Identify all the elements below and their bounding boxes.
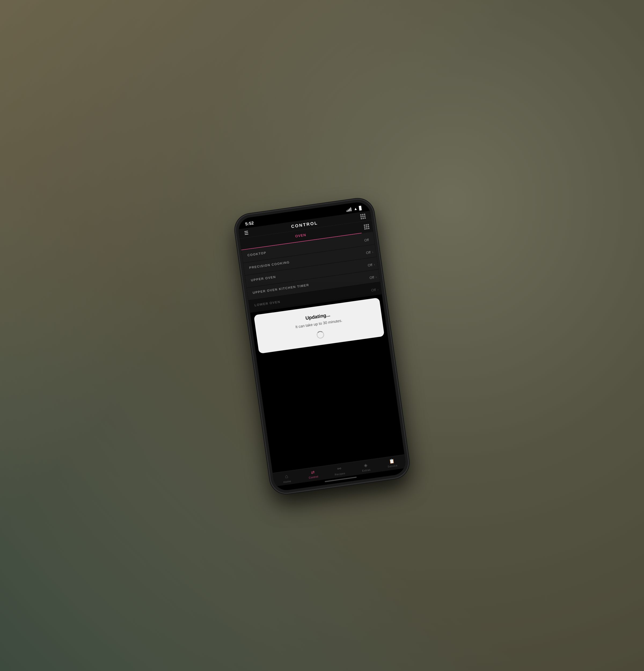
wifi-icon: ▲ — [353, 206, 358, 211]
nav-label-recipes: Recipes — [334, 472, 345, 476]
control-icon: ⇄ — [311, 470, 315, 475]
nav-item-home[interactable]: ⌂ Home — [273, 471, 300, 485]
status-time: 5:52 — [245, 220, 254, 227]
chevron-icon: › — [375, 275, 377, 279]
tab-apps-icon[interactable] — [360, 220, 373, 233]
chevron-icon: › — [377, 288, 378, 291]
nav-item-recipes[interactable]: ⚯ Recipes — [326, 464, 353, 478]
chevron-icon: › — [372, 250, 374, 254]
control-value-lower-oven: Off — [371, 288, 376, 292]
nav-item-service[interactable]: 📋 Service — [378, 457, 406, 470]
add-button[interactable] — [360, 214, 366, 219]
battery-icon: ▊ — [359, 206, 362, 210]
status-icons: ▲ ▊ — [346, 206, 362, 212]
signal-icon — [346, 207, 351, 212]
control-value-precision: Off — [366, 250, 371, 255]
nav-item-extras[interactable]: ◈ Extras — [352, 460, 380, 474]
chevron-icon: › — [374, 263, 375, 267]
apps-grid-icon — [364, 224, 369, 229]
nav-label-service: Service — [387, 464, 398, 468]
empty-screen-area — [256, 338, 404, 473]
extras-icon: ◈ — [364, 462, 368, 468]
control-value-upper-oven: Off — [368, 263, 373, 267]
recipes-icon: ⚯ — [337, 466, 342, 472]
page-title: CONTROL — [291, 220, 318, 229]
control-value-cooktop: Off — [364, 238, 369, 242]
control-value-kitchen-timer: Off — [369, 275, 374, 280]
service-icon: 📋 — [389, 458, 395, 464]
nav-item-control[interactable]: ⇄ Control — [299, 468, 327, 481]
nav-label-extras: Extras — [362, 468, 371, 472]
menu-button[interactable]: ☰ — [244, 230, 249, 236]
grid-icon — [360, 214, 366, 219]
nav-label-home: Home — [283, 480, 292, 484]
loading-spinner — [316, 331, 325, 339]
home-icon: ⌂ — [285, 473, 288, 479]
nav-label-control: Control — [309, 475, 319, 479]
